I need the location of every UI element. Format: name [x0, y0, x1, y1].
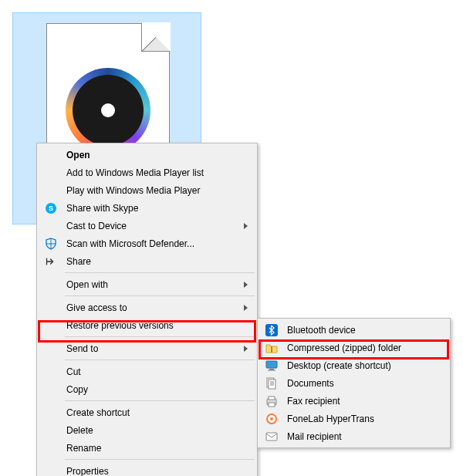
menu-label: Scan with Microsoft Defender...	[66, 238, 194, 249]
menu-item-open[interactable]: Open	[39, 146, 255, 164]
menu-label: Share	[66, 256, 91, 267]
submenu-label: Desktop (create shortcut)	[287, 360, 391, 371]
menu-label: Properties	[66, 466, 109, 477]
submenu-item-bluetooth[interactable]: Bluetooth device	[259, 321, 448, 339]
menu-item-play-wmp[interactable]: Play with Windows Media Player	[39, 181, 255, 199]
submenu-item-compressed[interactable]: Compressed (zipped) folder	[259, 339, 448, 356]
context-menu: Open Add to Windows Media Player list Pl…	[36, 143, 258, 476]
svg-rect-5	[266, 361, 277, 368]
submenu-label: Mail recipient	[287, 431, 342, 442]
menu-label: Create shortcut	[66, 407, 130, 418]
menu-item-properties[interactable]: Properties	[39, 462, 255, 476]
submenu-arrow-icon	[244, 305, 248, 311]
svg-rect-14	[269, 397, 275, 400]
menu-label: Open	[66, 150, 90, 160]
menu-item-share[interactable]: Share	[39, 252, 255, 270]
menu-label: Cast to Device	[66, 221, 127, 231]
svg-rect-2	[46, 258, 47, 265]
mail-icon	[265, 430, 278, 443]
svg-rect-4	[271, 346, 272, 353]
bluetooth-icon	[265, 324, 278, 336]
menu-item-create-shortcut[interactable]: Create shortcut	[39, 403, 255, 421]
menu-item-give-access[interactable]: Give access to	[39, 299, 255, 316]
svg-rect-9	[269, 380, 275, 389]
menu-label: Play with Windows Media Player	[66, 185, 200, 196]
menu-item-rename[interactable]: Rename	[39, 439, 255, 457]
submenu-item-fax[interactable]: Fax recipient	[259, 392, 448, 410]
svg-text:S: S	[49, 204, 53, 212]
zip-folder-icon	[265, 342, 278, 354]
share-icon	[45, 255, 57, 268]
submenu-label: Compressed (zipped) folder	[287, 343, 401, 353]
submenu-arrow-icon	[244, 223, 248, 229]
send-to-submenu: Bluetooth device Compressed (zipped) fol…	[257, 318, 451, 448]
menu-item-cut[interactable]: Cut	[39, 363, 255, 380]
submenu-arrow-icon	[244, 282, 248, 288]
submenu-arrow-icon	[244, 346, 248, 352]
menu-label: Send to	[66, 343, 98, 354]
desktop-icon	[265, 360, 278, 372]
defender-shield-icon	[45, 238, 57, 250]
menu-item-cast[interactable]: Cast to Device	[39, 217, 255, 235]
menu-item-restore-versions[interactable]: Restore previous versions	[39, 316, 255, 334]
menu-separator	[65, 272, 255, 273]
fax-icon	[265, 395, 278, 407]
menu-item-scan-defender[interactable]: Scan with Microsoft Defender...	[39, 235, 255, 252]
menu-label: Delete	[66, 425, 93, 436]
submenu-item-fonelab[interactable]: FoneLab HyperTrans	[259, 410, 448, 427]
fonelab-icon	[265, 413, 278, 425]
menu-item-copy[interactable]: Copy	[39, 380, 255, 398]
menu-label: Give access to	[66, 302, 127, 313]
menu-separator	[65, 459, 255, 460]
documents-icon	[265, 377, 278, 390]
submenu-item-desktop-shortcut[interactable]: Desktop (create shortcut)	[259, 356, 448, 374]
menu-label: Open with	[66, 279, 108, 290]
menu-label: Copy	[66, 384, 88, 395]
menu-item-delete[interactable]: Delete	[39, 421, 255, 439]
menu-separator	[65, 295, 255, 296]
menu-label: Restore previous versions	[66, 320, 174, 331]
svg-rect-18	[266, 433, 277, 441]
menu-separator	[65, 360, 255, 360]
submenu-label: Documents	[287, 378, 334, 389]
menu-separator	[65, 400, 255, 401]
submenu-label: Bluetooth device	[287, 325, 356, 336]
svg-point-17	[270, 417, 273, 420]
submenu-item-documents[interactable]: Documents	[259, 374, 448, 392]
menu-label: Rename	[66, 443, 101, 454]
svg-rect-7	[268, 370, 275, 370]
submenu-label: Fax recipient	[287, 396, 340, 407]
music-disc-icon	[66, 68, 150, 153]
submenu-item-mail[interactable]: Mail recipient	[259, 427, 448, 445]
menu-item-open-with[interactable]: Open with	[39, 275, 255, 293]
menu-item-send-to[interactable]: Send to	[39, 339, 255, 357]
file-fold-corner	[141, 22, 171, 52]
skype-icon: S	[45, 202, 57, 214]
menu-item-share-skype[interactable]: S Share with Skype	[39, 199, 255, 217]
menu-label: Share with Skype	[66, 203, 138, 214]
submenu-label: FoneLab HyperTrans	[287, 414, 374, 424]
svg-rect-15	[269, 403, 275, 407]
menu-separator	[65, 336, 255, 337]
menu-label: Add to Windows Media Player list	[66, 167, 204, 178]
menu-item-add-wmp[interactable]: Add to Windows Media Player list	[39, 164, 255, 181]
menu-label: Cut	[66, 366, 81, 377]
svg-rect-6	[269, 369, 274, 370]
